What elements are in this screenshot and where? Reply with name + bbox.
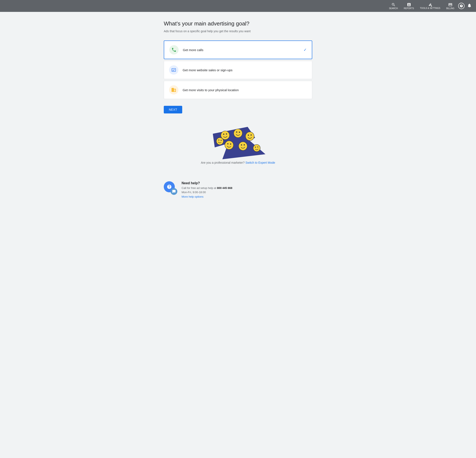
question-mark-icon bbox=[167, 184, 172, 189]
tools-icon bbox=[428, 2, 432, 7]
billing-nav-item[interactable]: BILLING bbox=[444, 2, 457, 10]
reports-icon bbox=[407, 2, 411, 7]
tools-nav-label: TOOLS & SETTINGS bbox=[420, 7, 440, 9]
smiley-illustration bbox=[210, 126, 266, 160]
expert-mode-text: Are you a professional marketer? Switch … bbox=[201, 161, 275, 164]
option-location-label: Get more visits to your physical locatio… bbox=[183, 88, 307, 92]
more-help-link[interactable]: More help options bbox=[182, 195, 204, 198]
option-calls[interactable]: Get more calls ✓ bbox=[164, 41, 312, 59]
website-icon-wrapper bbox=[169, 65, 178, 75]
help-chat-icon-circle bbox=[170, 188, 177, 195]
help-title: Need help? bbox=[182, 181, 232, 185]
help-nav-button[interactable] bbox=[458, 3, 465, 9]
expert-prefix: Are you a professional marketer? bbox=[201, 161, 245, 164]
search-nav-label: SEARCH bbox=[389, 7, 398, 9]
next-button[interactable]: NEXT bbox=[164, 106, 182, 113]
top-navigation: SEARCH REPORTS TOOLS & SETTINGS BILLING bbox=[0, 0, 476, 12]
page-title: What's your main advertising goal? bbox=[164, 20, 312, 27]
chat-icon bbox=[172, 190, 176, 193]
svg-point-13 bbox=[238, 142, 247, 150]
option-calls-label: Get more calls bbox=[183, 48, 304, 52]
help-text-block: Need help? Call for free ad setup help a… bbox=[182, 181, 232, 199]
expert-mode-link[interactable]: Switch to Expert Mode bbox=[246, 161, 275, 164]
illustration-section: Are you a professional marketer? Switch … bbox=[164, 126, 312, 164]
search-icon bbox=[391, 2, 396, 7]
main-content: What's your main advertising goal? Ads t… bbox=[160, 12, 316, 211]
checkmark-icon: ✓ bbox=[304, 48, 307, 52]
notifications-button[interactable] bbox=[467, 3, 472, 9]
help-icon-group bbox=[164, 181, 177, 195]
help-call-info: Call for free ad setup help at 800 445 6… bbox=[182, 186, 232, 194]
building-icon bbox=[171, 87, 176, 92]
help-call-prefix: Call for free ad setup help at bbox=[182, 186, 217, 190]
reports-nav-label: REPORTS bbox=[404, 7, 414, 9]
search-nav-item[interactable]: SEARCH bbox=[387, 2, 400, 10]
option-website[interactable]: Get more website sales or sign-ups bbox=[164, 61, 312, 79]
help-hours: Mon-Fri, 9:00-18:00 bbox=[182, 191, 206, 194]
billing-icon bbox=[448, 2, 452, 7]
billing-nav-label: BILLING bbox=[446, 7, 454, 9]
phone-icon bbox=[171, 47, 177, 52]
bell-icon bbox=[467, 3, 472, 8]
option-website-label: Get more website sales or sign-ups bbox=[183, 68, 307, 72]
building-icon-wrapper bbox=[169, 85, 178, 95]
help-phone: 800 445 668 bbox=[217, 186, 232, 190]
tools-nav-item[interactable]: TOOLS & SETTINGS bbox=[418, 1, 442, 10]
option-location[interactable]: Get more visits to your physical locatio… bbox=[164, 81, 312, 99]
page-subtitle: Ads that focus on a specific goal help y… bbox=[164, 29, 312, 33]
website-icon bbox=[171, 67, 176, 73]
help-icon bbox=[460, 4, 463, 8]
help-section: Need help? Call for free ad setup help a… bbox=[164, 181, 312, 199]
reports-nav-item[interactable]: REPORTS bbox=[402, 2, 416, 10]
phone-icon-wrapper bbox=[169, 45, 178, 55]
arrow-svg bbox=[210, 126, 266, 160]
